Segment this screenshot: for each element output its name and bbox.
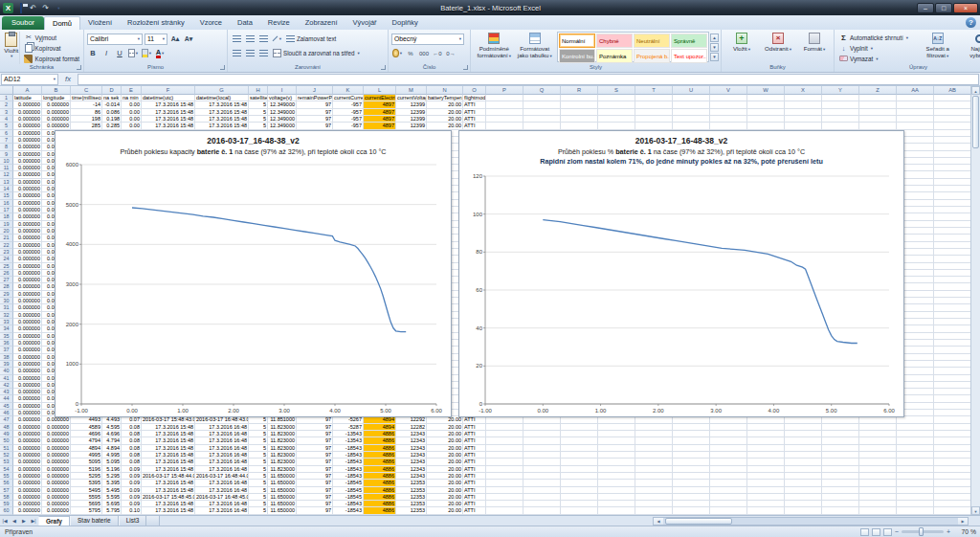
cell-AB24[interactable] [934,256,971,262]
align-center-button[interactable] [244,48,256,58]
row-header-29[interactable]: 29 [0,291,13,298]
cell-B57[interactable]: 0.000000 [42,487,71,494]
cell-Z56[interactable] [859,480,897,486]
cell-U52[interactable] [673,452,710,459]
cell-V47[interactable] [710,416,747,423]
cell-E4[interactable]: 0.00 [122,116,142,123]
cell-O55[interactable]: ATTI [463,473,486,480]
cell-U47[interactable] [673,416,710,423]
cell-Y52[interactable] [822,452,859,459]
cell-B51[interactable]: 0.000000 [42,445,71,452]
row-header-43[interactable]: 43 [0,389,13,395]
cell-AB41[interactable] [934,375,971,382]
cell-L51[interactable]: 4886 [364,445,396,452]
cell-I4[interactable]: 12.349000 [268,116,297,123]
row-header-20[interactable]: 20 [0,228,13,235]
cell-V60[interactable] [710,507,747,514]
row-header-21[interactable]: 21 [0,235,13,241]
cell-U49[interactable] [673,431,710,437]
cell-J53[interactable]: 97 [297,459,333,465]
column-header-I[interactable]: I [268,86,297,95]
increase-decimal-button[interactable]: ←0 [432,48,443,58]
cell-L49[interactable]: 4886 [364,431,396,437]
column-header-V[interactable]: V [710,86,747,95]
cell-A14[interactable]: 0.000000 [13,186,42,192]
cell-B58[interactable]: 0.000000 [42,494,71,501]
cell-V51[interactable] [710,445,747,452]
cell-A44[interactable]: 0.000000 [13,395,42,402]
cell-U60[interactable] [673,507,710,514]
cell-V1[interactable] [710,95,747,101]
cell-U56[interactable] [673,480,710,486]
cell-F49[interactable]: 17.3.2016 15:48 [142,431,195,437]
cell-N4[interactable]: 20.00 [427,116,463,123]
cell-AB40[interactable] [934,368,971,374]
cell-K3[interactable]: -957 [333,109,364,116]
cell-G56[interactable]: 17.3.2016 16:48 [195,480,249,486]
cell-K51[interactable]: -18543 [333,445,364,452]
cell-O2[interactable]: ATTI [463,101,486,108]
cell-H53[interactable]: 5 [249,459,268,465]
row-header-33[interactable]: 33 [0,319,13,325]
cell-R49[interactable] [561,431,598,437]
cell-AB18[interactable] [934,213,971,220]
cell-Y54[interactable] [822,466,859,473]
cell-M2[interactable]: 12399 [396,101,427,108]
cell-N48[interactable]: 20.00 [427,424,463,431]
cell-M57[interactable]: 12353 [396,487,427,494]
cell-L4[interactable]: 4897 [364,116,396,123]
cell-O58[interactable]: ATTI [463,494,486,501]
cell-H56[interactable]: 5 [249,480,268,486]
cell-AA56[interactable] [897,480,934,486]
cell-J2[interactable]: 97 [297,101,333,108]
row-header-60[interactable]: 60 [0,507,13,514]
cell-V52[interactable] [710,452,747,459]
cell-F54[interactable]: 17.3.2016 15:48 [142,466,195,473]
cell-Q47[interactable] [523,416,561,423]
cell-I56[interactable]: 11.650000 [268,480,297,486]
maximize-button[interactable]: □ [935,3,952,13]
cell-style-kontroln-bu-[interactable]: Kontrolní bu... [559,49,595,63]
cell-H54[interactable]: 5 [249,466,268,473]
cell-R60[interactable] [561,507,598,514]
cell-R51[interactable] [561,445,598,452]
number-format-select[interactable]: Obecný▾ [391,34,464,45]
cell-A32[interactable]: 0.000000 [13,312,42,319]
cell-F4[interactable]: 17.3.2016 15:48 [142,116,195,123]
cell-V53[interactable] [710,459,747,465]
cell-M48[interactable]: 12282 [396,424,427,431]
cell-L60[interactable]: 4886 [364,507,396,514]
cell-T3[interactable] [635,109,673,116]
font-dialog-launcher[interactable] [220,65,225,70]
cell-O52[interactable]: ATTI [463,452,486,459]
row-header-40[interactable]: 40 [0,368,13,374]
cell-AB45[interactable] [934,403,971,410]
row-header-15[interactable]: 15 [0,192,13,199]
cell-J58[interactable]: 97 [297,494,333,501]
cell-AB1[interactable] [934,95,971,101]
cell-L59[interactable]: 4886 [364,501,396,507]
cell-C58[interactable]: 5595 [71,494,102,501]
cell-AB11[interactable] [934,165,971,171]
cell-J56[interactable]: 97 [297,480,333,486]
cell-M1[interactable]: currentVoltage [396,95,427,101]
cell-AB57[interactable] [934,487,971,494]
cell-style-text-upozor-[interactable]: Text upozor... [671,49,707,63]
ribbon-tab-domů[interactable]: Domů [44,16,80,30]
cell-E2[interactable]: 0.00 [122,101,142,108]
scroll-right-icon[interactable]: ▶ [958,518,968,525]
cell-A11[interactable]: 0.000000 [13,165,42,171]
cell-P56[interactable] [486,480,523,486]
cell-N57[interactable]: 20.00 [427,487,463,494]
row-header-24[interactable]: 24 [0,256,13,262]
cell-F58[interactable]: 2016-03-17 15:48:45.044 [142,494,195,501]
select-all-corner[interactable] [0,86,13,95]
cell-Y1[interactable] [822,95,859,101]
column-header-C[interactable]: C [71,86,102,95]
cell-V54[interactable] [710,466,747,473]
cell-AB51[interactable] [934,445,971,452]
cell-R59[interactable] [561,501,598,507]
cell-G4[interactable]: 17.3.2016 15:48 [195,116,249,123]
format-as-table-button[interactable]: Formátovatjako tabulku▾ [515,32,556,62]
cell-P51[interactable] [486,445,523,452]
